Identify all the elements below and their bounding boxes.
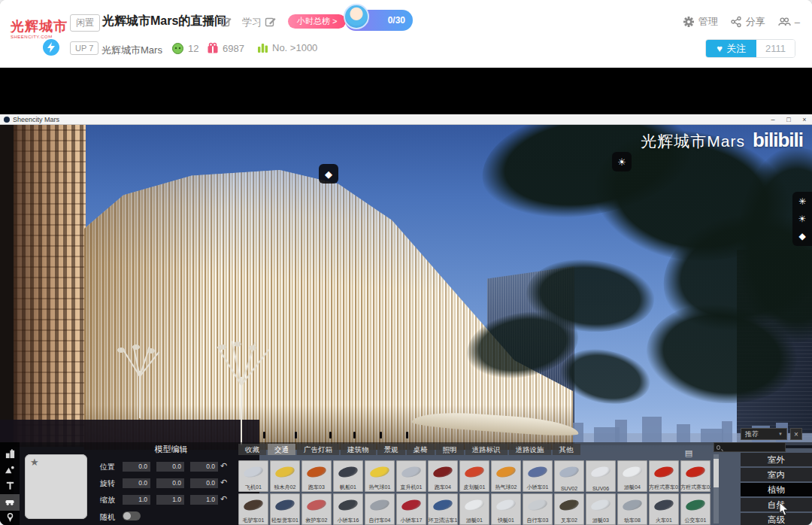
edit-title-icon[interactable]: [220, 16, 232, 28]
cube-icon[interactable]: ◆: [798, 231, 805, 241]
model-item[interactable]: 飞机01: [238, 460, 268, 492]
text-tool[interactable]: [0, 478, 20, 495]
share-button[interactable]: 分享: [730, 15, 765, 29]
search-input[interactable]: [723, 444, 783, 451]
video-player[interactable]: Sheencity Mars – □ × 光辉城市Mars: [0, 68, 812, 525]
model-thumbnail: [401, 465, 422, 479]
random-toggle[interactable]: [123, 511, 141, 520]
model-item[interactable]: 叉车02: [554, 493, 584, 525]
model-preview-box[interactable]: ★: [25, 454, 87, 519]
model-item[interactable]: 直升机01: [396, 460, 426, 492]
streamer-name[interactable]: 光辉城市Mars: [102, 44, 162, 57]
close-panel-button[interactable]: ×: [790, 428, 802, 440]
sheencity-logo[interactable]: 光辉城市 SHEENCITY.COM: [11, 20, 68, 39]
manage-label: 管理: [698, 15, 718, 29]
category-tab[interactable]: 景观: [377, 444, 405, 455]
edit-value-field[interactable]: 0.0: [190, 462, 218, 472]
undo-icon[interactable]: ↶: [220, 478, 231, 487]
gift-stat: 6987: [207, 42, 244, 54]
location-tool[interactable]: [0, 510, 20, 525]
edit-value-field[interactable]: 0.0: [156, 478, 184, 488]
manage-button[interactable]: 管理: [683, 15, 718, 29]
undo-icon[interactable]: ↶: [220, 461, 231, 471]
side-menu-item[interactable]: 室内: [741, 468, 812, 481]
model-item[interactable]: 热气球02: [491, 460, 521, 492]
maximize-button[interactable]: □: [781, 114, 796, 125]
search-icon: [717, 445, 720, 450]
terrain-tool[interactable]: [0, 463, 20, 479]
edit-value-field[interactable]: 0.0: [123, 478, 150, 488]
category-label[interactable]: 学习: [242, 16, 262, 29]
favorite-star-icon[interactable]: ★: [30, 457, 39, 468]
hour-rank-pill[interactable]: 小时总榜 >: [288, 14, 346, 29]
model-item[interactable]: 帆船01: [333, 460, 363, 492]
rank-progress-badge[interactable]: 0/30: [345, 10, 413, 31]
sort-dropdown[interactable]: 推荐 ▼: [741, 428, 787, 440]
edit-panel-title: 模型编辑: [124, 444, 218, 455]
model-item[interactable]: 跑车04: [428, 460, 458, 492]
grid-scrollbar[interactable]: [714, 454, 719, 523]
sort-selected: 推荐: [745, 429, 759, 439]
model-item[interactable]: 独木舟02: [270, 460, 300, 492]
category-tab[interactable]: 道路设施: [509, 444, 551, 455]
edit-value-field[interactable]: 1.0: [190, 495, 218, 505]
sun-tool-button[interactable]: ☀: [612, 152, 632, 171]
edit-value-field[interactable]: 0.0: [156, 462, 184, 472]
model-item[interactable]: 动车08: [617, 493, 647, 525]
edit-category-icon[interactable]: [265, 16, 277, 28]
follow-button[interactable]: ♥ 关注: [706, 40, 756, 57]
model-item[interactable]: 轻型货车01: [270, 493, 300, 525]
edit-value-field[interactable]: 0.0: [190, 478, 218, 488]
model-item[interactable]: 皮划艇01: [459, 460, 489, 492]
model-item[interactable]: 跑车03: [301, 460, 332, 492]
category-tab[interactable]: 桌椅: [407, 444, 435, 455]
edit-value-field[interactable]: 1.0: [123, 495, 150, 505]
scrollbar-thumb[interactable]: [714, 459, 719, 487]
category-tab[interactable]: 广告灯箱: [297, 444, 339, 455]
model-item[interactable]: 方程式赛车01: [649, 460, 679, 492]
sun-icon[interactable]: ☀: [798, 214, 807, 224]
edit-value-field[interactable]: 1.0: [156, 495, 184, 505]
category-tab[interactable]: 照明: [436, 444, 464, 455]
model-item[interactable]: 游艇01: [459, 493, 489, 525]
edit-value-field[interactable]: 0.0: [123, 462, 150, 472]
model-item[interactable]: 火车01: [649, 493, 679, 525]
model-item[interactable]: 自行车04: [365, 493, 395, 525]
minimize-button[interactable]: –: [765, 114, 780, 125]
model-item[interactable]: 公交车01: [680, 493, 710, 525]
category-tab[interactable]: 道路标识: [465, 444, 508, 455]
side-menu-item[interactable]: 高级: [741, 513, 812, 525]
model-item[interactable]: 小轿车16: [333, 493, 363, 525]
side-menu-item[interactable]: 自然: [741, 498, 812, 511]
model-item[interactable]: 游艇04: [617, 460, 647, 492]
side-menu-item[interactable]: 室外: [741, 453, 812, 466]
side-menu-item[interactable]: 植物: [741, 483, 812, 496]
model-item[interactable]: 游艇03: [586, 493, 616, 525]
undo-icon[interactable]: ↶: [220, 494, 231, 504]
close-window-button[interactable]: ×: [797, 114, 812, 125]
category-tab[interactable]: 建筑物: [341, 444, 376, 455]
snowflake-icon[interactable]: ✳: [798, 196, 806, 207]
model-item[interactable]: 方程式赛车02: [680, 460, 710, 492]
vehicle-tool[interactable]: [0, 494, 20, 511]
model-item[interactable]: 毛驴车01: [238, 493, 268, 525]
model-item[interactable]: 环卫清洁车1: [428, 493, 458, 525]
heart-icon: ♥: [717, 43, 723, 54]
model-item[interactable]: 救护车02: [301, 493, 332, 525]
category-tab[interactable]: 其他: [553, 444, 580, 455]
building-tool[interactable]: [0, 447, 20, 463]
model-item[interactable]: 小轿车01: [523, 460, 553, 492]
model-item-label: 快艇01: [491, 517, 521, 524]
category-tab[interactable]: 收藏: [238, 444, 266, 455]
category-tab[interactable]: 交通: [268, 444, 295, 455]
model-item[interactable]: SUV02: [554, 460, 584, 492]
cube-tool-button[interactable]: ◆: [319, 164, 338, 184]
model-item[interactable]: 小轿车17: [396, 493, 426, 525]
model-item[interactable]: SUV06: [586, 460, 616, 492]
online-users-button[interactable]: –: [777, 16, 800, 28]
model-item[interactable]: 热气球01: [365, 460, 395, 492]
layers-icon[interactable]: ▤: [680, 448, 697, 458]
window-titlebar[interactable]: Sheencity Mars – □ ×: [0, 114, 812, 125]
model-item[interactable]: 快艇01: [491, 493, 521, 525]
model-item[interactable]: 自行车03: [523, 493, 553, 525]
